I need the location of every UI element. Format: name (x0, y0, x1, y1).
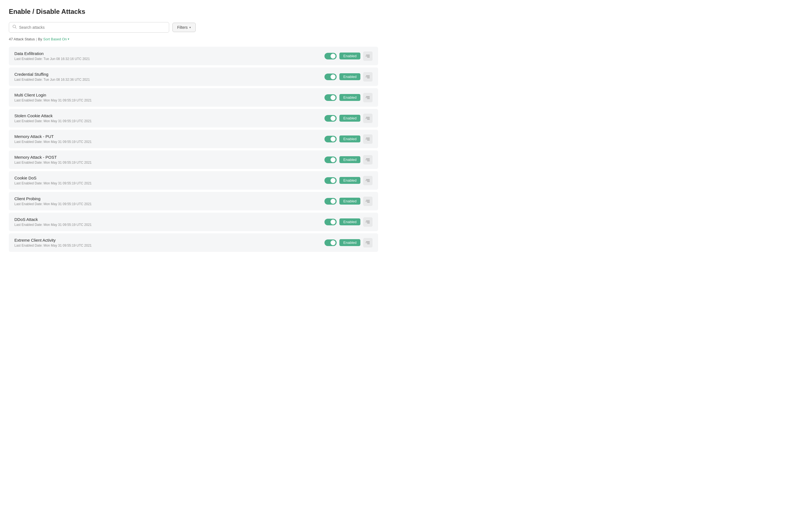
attack-date: Last Enabled Date: Mon May 31 09:55:19 U… (14, 202, 324, 206)
toggle-switch[interactable] (324, 73, 337, 80)
attack-row: Client Probing Last Enabled Date: Mon Ma… (9, 192, 378, 210)
attack-name: Multi Client Login (14, 93, 324, 97)
status-badge: Enabled (340, 94, 360, 101)
attack-info: Client Probing Last Enabled Date: Mon Ma… (14, 196, 324, 206)
attack-row: DDoS Attack Last Enabled Date: Mon May 3… (9, 213, 378, 231)
attack-row: Stolen Cookie Attack Last Enabled Date: … (9, 109, 378, 128)
attack-date: Last Enabled Date: Mon May 31 09:55:19 U… (14, 161, 324, 165)
attack-name: Memory Attack - PUT (14, 134, 324, 139)
status-bar: 47 Attack Status | By Sort Based On ▾ (9, 37, 378, 41)
search-container (9, 22, 169, 33)
attack-row: Memory Attack - PUT Last Enabled Date: M… (9, 130, 378, 148)
attack-name: Data Exfiltration (14, 51, 324, 56)
attack-info: Multi Client Login Last Enabled Date: Mo… (14, 93, 324, 102)
filters-label: Filters (177, 25, 188, 30)
attack-name: Client Probing (14, 196, 324, 201)
toggle-switch[interactable] (324, 115, 337, 122)
toggle-switch[interactable] (324, 136, 337, 142)
attack-controls: Enabled (324, 217, 373, 227)
toggle-switch[interactable] (324, 94, 337, 101)
attack-info: Stolen Cookie Attack Last Enabled Date: … (14, 113, 324, 123)
sort-chevron-icon: ▾ (68, 37, 69, 41)
attack-row: Extreme Client Activity Last Enabled Dat… (9, 233, 378, 252)
attack-info: Memory Attack - POST Last Enabled Date: … (14, 155, 324, 165)
attack-date: Last Enabled Date: Tue Jun 08 16:32:16 U… (14, 57, 324, 61)
attacks-list: Data Exfiltration Last Enabled Date: Tue… (9, 47, 378, 254)
row-options-button[interactable] (363, 238, 373, 247)
sort-link[interactable]: Sort Based On ▾ (43, 37, 69, 41)
row-options-button[interactable] (363, 134, 373, 144)
attack-row: Cookie DoS Last Enabled Date: Mon May 31… (9, 171, 378, 190)
attack-row: Memory Attack - POST Last Enabled Date: … (9, 150, 378, 169)
attack-info: Credential Stuffing Last Enabled Date: T… (14, 72, 324, 81)
attack-row: Data Exfiltration Last Enabled Date: Tue… (9, 47, 378, 65)
status-badge: Enabled (340, 53, 360, 60)
attack-name: Extreme Client Activity (14, 238, 324, 242)
attack-controls: Enabled (324, 114, 373, 123)
attack-info: Cookie DoS Last Enabled Date: Mon May 31… (14, 176, 324, 185)
row-options-button[interactable] (363, 72, 373, 81)
status-badge: Enabled (340, 177, 360, 184)
toggle-switch[interactable] (324, 53, 337, 60)
attack-controls: Enabled (324, 197, 373, 206)
chevron-down-icon: ▾ (189, 26, 191, 29)
attack-info: DDoS Attack Last Enabled Date: Mon May 3… (14, 217, 324, 227)
attack-date: Last Enabled Date: Mon May 31 09:55:19 U… (14, 244, 324, 247)
toggle-switch[interactable] (324, 177, 337, 184)
status-badge: Enabled (340, 156, 360, 163)
attack-name: Cookie DoS (14, 176, 324, 180)
attack-name: DDoS Attack (14, 217, 324, 222)
status-badge: Enabled (340, 115, 360, 122)
attack-date: Last Enabled Date: Mon May 31 09:55:19 U… (14, 223, 324, 227)
toggle-switch[interactable] (324, 219, 337, 225)
row-options-button[interactable] (363, 155, 373, 165)
attack-name: Stolen Cookie Attack (14, 113, 324, 118)
separator: | (36, 37, 37, 41)
attack-info: Extreme Client Activity Last Enabled Dat… (14, 238, 324, 247)
toggle-switch[interactable] (324, 239, 337, 246)
attack-controls: Enabled (324, 238, 373, 247)
page-title: Enable / Disable Attacks (9, 8, 378, 15)
status-badge: Enabled (340, 198, 360, 205)
row-options-button[interactable] (363, 114, 373, 123)
attack-date: Last Enabled Date: Mon May 31 09:55:19 U… (14, 119, 324, 123)
row-options-button[interactable] (363, 176, 373, 185)
toggle-switch[interactable] (324, 157, 337, 163)
by-label: By (38, 37, 42, 41)
svg-line-1 (15, 28, 16, 29)
attack-date: Last Enabled Date: Mon May 31 09:55:19 U… (14, 181, 324, 185)
status-badge: Enabled (340, 239, 360, 246)
attack-row: Credential Stuffing Last Enabled Date: T… (9, 67, 378, 86)
status-badge: Enabled (340, 218, 360, 225)
attack-info: Data Exfiltration Last Enabled Date: Tue… (14, 51, 324, 61)
attack-info: Memory Attack - PUT Last Enabled Date: M… (14, 134, 324, 144)
status-badge: Enabled (340, 135, 360, 142)
attack-date: Last Enabled Date: Mon May 31 09:55:19 U… (14, 98, 324, 102)
attack-controls: Enabled (324, 176, 373, 185)
page-container: Enable / Disable Attacks Filters ▾ 47 At… (0, 0, 387, 262)
row-options-button[interactable] (363, 217, 373, 227)
attack-controls: Enabled (324, 72, 373, 81)
toolbar: Filters ▾ (9, 22, 378, 33)
attack-date: Last Enabled Date: Tue Jun 08 16:32:36 U… (14, 78, 324, 81)
attack-name: Memory Attack - POST (14, 155, 324, 160)
row-options-button[interactable] (363, 197, 373, 206)
attack-name: Credential Stuffing (14, 72, 324, 76)
status-badge: Enabled (340, 73, 360, 80)
toggle-switch[interactable] (324, 198, 337, 205)
attack-controls: Enabled (324, 52, 373, 61)
search-icon (12, 25, 17, 30)
attack-controls: Enabled (324, 155, 373, 165)
attack-controls: Enabled (324, 134, 373, 144)
row-options-button[interactable] (363, 93, 373, 102)
attack-row: Multi Client Login Last Enabled Date: Mo… (9, 88, 378, 107)
attack-controls: Enabled (324, 93, 373, 102)
attack-count: 47 Attack Status (9, 37, 35, 41)
row-options-button[interactable] (363, 52, 373, 61)
attack-date: Last Enabled Date: Mon May 31 09:55:19 U… (14, 140, 324, 144)
sort-label: Sort Based On (43, 37, 67, 41)
search-input[interactable] (19, 25, 166, 30)
filters-button[interactable]: Filters ▾ (172, 23, 196, 32)
